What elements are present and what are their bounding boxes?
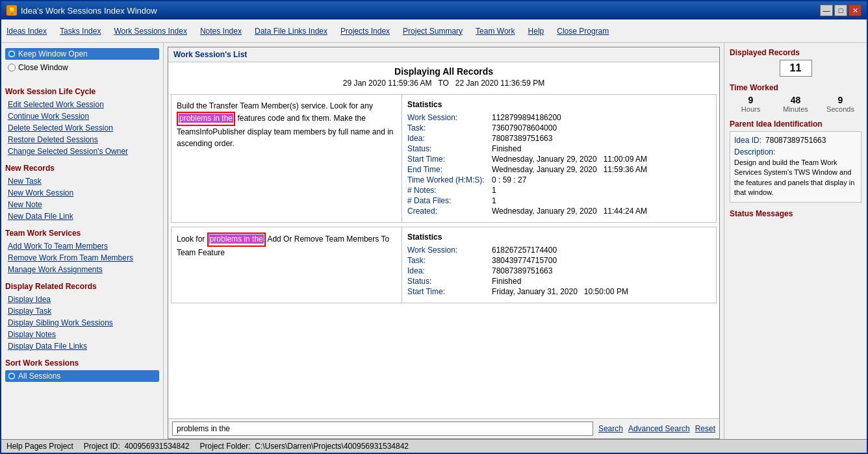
menu-team-work[interactable]: Team Work [476,27,515,36]
stats-label: Start Time: [407,155,492,164]
menu-data-file-links-index[interactable]: Data File Links Index [255,27,327,36]
time-worked-grid: 9 Hours 48 Minutes 9 Seconds [730,95,862,113]
record-description-2: Look for problems in the Add Or Remove T… [172,227,402,303]
stats-row-task-1: Task: 736079078604000 [407,123,711,132]
work-sessions-panel: Work Session's List Displaying All Recor… [168,47,720,439]
stats-value: 11287998941862​00 [492,113,561,122]
keep-window-open-option[interactable]: Keep Window Open [5,48,159,60]
menu-work-sessions-index[interactable]: Work Sessions Index [114,27,187,36]
window-options: Keep Window Open Close Window [5,48,159,75]
maximize-button[interactable]: □ [834,5,847,16]
parent-idea-box: Idea ID: 78087389751663 Description: Des… [730,131,862,203]
status-messages-section: Status Messages [730,209,862,434]
edit-selected-work-session[interactable]: Edit Selected Work Session [5,99,159,110]
stats-label: Idea: [407,134,492,143]
stats-row-status-2: Status: Finished [407,277,711,286]
hours-value: 9 [730,95,772,105]
folder-info: Project Folder: C:\Users\Darren\Projects… [200,442,409,451]
highlight-red-1: problems in the [177,112,235,126]
seconds-value: 9 [819,95,862,105]
stats-row-work-session-2: Work Session: 618267257174400 [407,246,711,255]
stats-value: 380439774715700 [492,256,557,265]
stats-row-work-session-1: Work Session: 11287998941862​00 [407,113,711,122]
stats-title-2: Statistics [407,233,711,242]
highlight-text-1: problems in the [179,114,233,123]
all-sessions-option[interactable]: All Sessions [5,370,159,382]
hours-label: Hours [730,105,772,113]
title-bar-left: 💡 Idea's Work Sessions Index Window [6,5,157,16]
display-task[interactable]: Display Task [5,305,159,317]
desc-text-1a: Build the Transfer Team Member(s) servic… [177,101,373,110]
date-from: 29 Jan 2020 11:59:36 AM [343,79,432,88]
manage-work-assignments[interactable]: Manage Work Assignments [5,264,159,275]
idea-desc-label: Description: [734,147,857,157]
menu-tasks-index[interactable]: Tasks Index [60,27,101,36]
stats-value: Wednesday, January 29, 2020 11:00:09 AM [492,155,647,164]
new-note[interactable]: New Note [5,199,159,210]
parent-idea-section: Parent Idea Identification Idea ID: 7808… [730,120,862,203]
displaying-label: Displaying All Records [172,66,715,77]
stats-label: # Data Files: [407,196,492,205]
stats-label: Start Time: [407,287,492,296]
time-worked-title: Time Worked [730,83,862,92]
minimize-button[interactable]: — [820,5,833,16]
minutes-value: 48 [774,95,817,105]
stats-value: 1 [492,196,496,205]
stats-row-idea-2: Idea: 78087389751663 [407,266,711,275]
display-idea[interactable]: Display Idea [5,294,159,305]
stats-label: Work Session: [407,113,492,122]
restore-deleted-sessions[interactable]: Restore Deleted Sessions [5,134,159,145]
close-button[interactable]: ✕ [849,5,862,16]
stats-row-idea-1: Idea: 78087389751663 [407,134,711,143]
display-sibling-work-sessions[interactable]: Display Sibling Work Sessions [5,317,159,329]
search-button[interactable]: Search [598,424,623,433]
stats-value: 736079078604000 [492,123,557,132]
menu-project-summary[interactable]: Project Summary [403,27,463,36]
change-sessions-owner[interactable]: Change Selected Session's Owner [5,145,159,157]
continue-work-session[interactable]: Continue Work Session [5,110,159,122]
display-notes[interactable]: Display Notes [5,329,159,340]
new-records-header: New Records [5,164,159,173]
stats-label: Task: [407,123,492,132]
minutes-label: Minutes [774,105,817,113]
stats-value: Friday, January 31, 2020 10:50:00 PM [492,287,628,296]
all-sessions-radio[interactable] [8,372,16,380]
stats-row-status-1: Status: Finished [407,144,711,153]
time-worked-section: Time Worked 9 Hours 48 Minutes 9 Seconds [730,83,862,113]
stats-label: Idea: [407,266,492,275]
stats-title-1: Statistics [407,100,711,109]
menu-ideas-index[interactable]: Ideas Index [6,27,47,36]
keep-window-radio[interactable] [8,50,16,58]
idea-id-value: 78087389751663 [765,136,826,145]
add-work-to-team-members[interactable]: Add Work To Team Members [5,240,159,252]
new-task[interactable]: New Task [5,175,159,187]
stats-label: Status: [407,144,492,153]
stats-label: Status: [407,277,492,286]
new-data-file-link[interactable]: New Data File Link [5,210,159,222]
stats-value: 618267257174400 [492,246,557,255]
remove-work-from-team-members[interactable]: Remove Work From Team Members [5,252,159,264]
table-row[interactable]: Build the Transfer Team Member(s) servic… [171,94,717,223]
app-icon: 💡 [6,5,17,16]
close-window-option[interactable]: Close Window [5,62,159,73]
window-title: Idea's Work Sessions Index Window [21,6,157,16]
sort-sessions-header: Sort Work Sessions [5,359,159,368]
menu-close-program[interactable]: Close Program [557,27,609,36]
table-row[interactable]: Look for problems in the Add Or Remove T… [171,227,717,303]
search-input[interactable] [172,422,593,436]
menu-help[interactable]: Help [528,27,544,36]
new-work-session[interactable]: New Work Session [5,187,159,199]
close-window-radio[interactable] [8,64,16,71]
advanced-search-button[interactable]: Advanced Search [628,424,690,433]
minutes-cell: 48 Minutes [774,95,817,113]
menu-notes-index[interactable]: Notes Index [200,27,242,36]
project-id-label: Project ID: 400956931534842 [84,442,190,451]
title-bar: 💡 Idea's Work Sessions Index Window — □ … [1,1,867,19]
highlight-text-2: problems in the [209,234,264,244]
menu-projects-index[interactable]: Projects Index [340,27,390,36]
delete-selected-work-session[interactable]: Delete Selected Work Session [5,122,159,134]
reset-button[interactable]: Reset [695,424,715,433]
display-data-file-links[interactable]: Display Data File Links [5,340,159,352]
record-stats-1: Statistics Work Session: 11287998941862​… [402,95,716,222]
team-work-services-header: Team Work Services [5,229,159,238]
